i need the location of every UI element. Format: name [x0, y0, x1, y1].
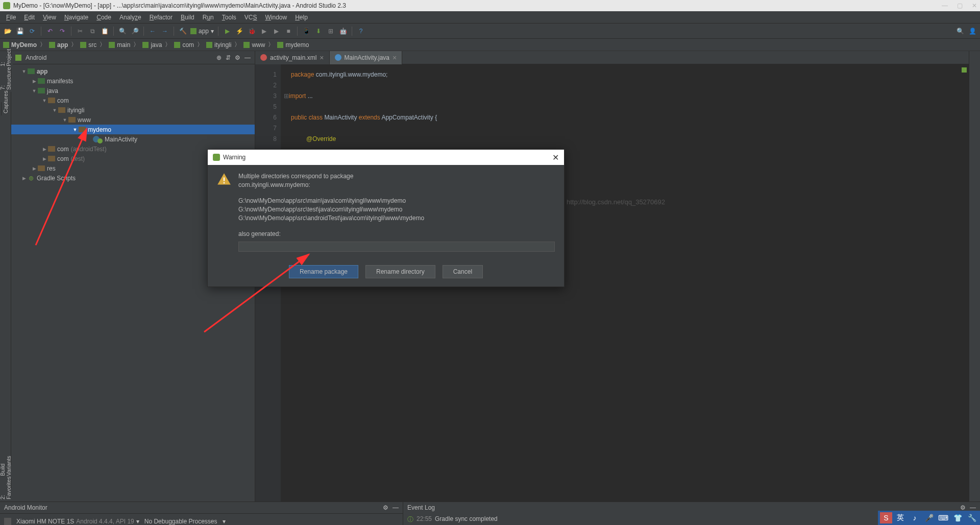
tree-res[interactable]: res [47, 165, 56, 172]
tray-icon[interactable]: 🔧 [966, 512, 978, 523]
menu-refactor[interactable]: Refactor [145, 14, 177, 21]
save-icon[interactable]: 💾 [15, 27, 24, 36]
maximize-button[interactable]: ▢ [957, 2, 963, 9]
back-icon[interactable]: ← [148, 27, 157, 36]
hide-icon[interactable]: — [244, 54, 251, 61]
menu-window[interactable]: Window [261, 14, 291, 21]
sdk-icon[interactable]: ⬇ [314, 27, 323, 36]
undo-icon[interactable]: ↶ [45, 27, 55, 36]
rename-directory-button[interactable]: Rename directory [365, 265, 435, 278]
menu-tools[interactable]: Tools [218, 14, 240, 21]
crumb-com[interactable]: com [174, 41, 194, 49]
menu-edit[interactable]: Edit [20, 14, 39, 21]
target-icon[interactable]: ⊕ [216, 54, 222, 61]
menu-code[interactable]: Code [92, 14, 115, 21]
crumb-main[interactable]: main [109, 41, 130, 49]
tree-com-androidtest[interactable]: com [57, 146, 69, 153]
ime-icon[interactable]: S [880, 512, 892, 523]
tree-mydemo[interactable]: mydemo [88, 126, 111, 133]
redo-icon[interactable]: ↷ [58, 27, 67, 36]
dialog-titlebar[interactable]: Warning ✕ [208, 150, 564, 165]
collapse-icon[interactable]: ⇵ [226, 54, 231, 61]
crumb-java[interactable]: java [142, 41, 162, 49]
tray-icon[interactable]: 🎤 [923, 512, 935, 523]
menu-help[interactable]: Help [291, 14, 312, 21]
sync-icon[interactable]: ⟳ [28, 27, 37, 36]
tab-activity-main-xml[interactable]: activity_main.xml× [255, 51, 330, 64]
open-icon[interactable]: 📂 [3, 27, 12, 36]
tree-ityingli[interactable]: ityingli [67, 107, 84, 114]
close-tab-icon[interactable]: × [320, 54, 324, 62]
tray-icon[interactable]: ⌨ [937, 512, 949, 523]
crumb-mydemo[interactable]: MyDemo [3, 41, 37, 49]
menu-run[interactable]: Run [199, 14, 218, 21]
hide-icon[interactable]: — [970, 504, 976, 511]
attach-icon[interactable]: ▶ [272, 27, 281, 36]
tree-java[interactable]: java [47, 87, 58, 94]
make-icon[interactable]: 🔨 [178, 27, 187, 36]
crumb-ityingli[interactable]: ityingli [206, 41, 231, 49]
tab-favorites[interactable]: 2: Favorites [0, 488, 13, 502]
cancel-button[interactable]: Cancel [443, 265, 483, 278]
tray-icon[interactable]: ♪ [909, 512, 921, 523]
settings-icon[interactable]: ⚙ [235, 54, 240, 61]
debug-icon[interactable]: 🐞 [247, 27, 256, 36]
run-icon[interactable]: ▶ [223, 27, 232, 36]
inspection-indicator[interactable] [962, 67, 967, 73]
project-view-label[interactable]: Android [26, 54, 46, 61]
replace-icon[interactable]: 🔎 [130, 27, 139, 36]
tree-mainactivity[interactable]: MainActivity [105, 136, 137, 143]
search-everywhere-icon[interactable]: 🔍 [955, 27, 965, 36]
tree-com-test[interactable]: com [57, 155, 69, 162]
gear-icon[interactable]: ⚙ [383, 504, 388, 511]
tree-gradle[interactable]: Gradle Scripts [37, 175, 76, 182]
gear-icon[interactable]: ⚙ [960, 504, 966, 511]
apply-changes-icon[interactable]: ⚡ [235, 27, 244, 36]
menu-view[interactable]: View [39, 14, 60, 21]
menu-analyze[interactable]: Analyze [115, 14, 145, 21]
run-config-selector[interactable]: app ▾ [190, 28, 214, 35]
dialog-icon [213, 154, 220, 161]
crumb-www[interactable]: www [243, 41, 265, 49]
tab-captures[interactable]: Captures [1, 102, 10, 115]
cut-icon[interactable]: ✂ [76, 27, 85, 36]
forward-icon[interactable]: → [160, 27, 169, 36]
tree-manifests[interactable]: manifests [47, 78, 73, 85]
dialog-close-button[interactable]: ✕ [552, 153, 559, 162]
tray-icon[interactable]: 👕 [951, 512, 964, 523]
close-button[interactable]: ✕ [972, 2, 977, 9]
tab-project[interactable]: 1: Project [0, 55, 13, 68]
tray-icon[interactable]: 英 [894, 512, 906, 523]
paste-icon[interactable]: 📋 [100, 27, 109, 36]
dialog-generated-input[interactable] [238, 242, 555, 252]
process-selector[interactable]: No Debuggable Processes [144, 518, 217, 525]
find-icon[interactable]: 🔍 [118, 27, 127, 36]
crumb-src[interactable]: src [80, 41, 96, 49]
avd-icon[interactable]: 📱 [302, 27, 311, 36]
menu-navigate[interactable]: Navigate [60, 14, 92, 21]
help-icon[interactable]: ? [356, 27, 365, 36]
hide-icon[interactable]: — [393, 504, 399, 511]
warning-icon [217, 172, 231, 186]
warning-dialog: Warning ✕ Multiple directories correspon… [207, 149, 565, 287]
crumb-app[interactable]: app [49, 41, 68, 49]
device-selector[interactable]: Xiaomi HM NOTE 1S Android 4.4.4, API 19 … [16, 518, 139, 525]
profile-icon[interactable]: ▶ [259, 27, 268, 36]
tree-app[interactable]: app [37, 68, 47, 75]
menu-file[interactable]: File [2, 14, 20, 21]
rename-package-button[interactable]: Rename package [289, 265, 358, 278]
tree-com[interactable]: com [57, 97, 69, 104]
android-icon[interactable]: 🤖 [338, 27, 348, 36]
layout-inspector-icon[interactable]: ⊞ [326, 27, 335, 36]
menu-vcs[interactable]: VCS [240, 14, 261, 21]
account-icon[interactable]: 👤 [968, 27, 977, 36]
close-tab-icon[interactable]: × [393, 54, 397, 62]
menu-build[interactable]: Build [177, 14, 199, 21]
tree-www[interactable]: www [78, 116, 91, 124]
stop-icon[interactable]: ■ [284, 27, 293, 36]
crumb-mydemo[interactable]: mydemo [277, 41, 309, 49]
minimize-button[interactable]: — [942, 2, 948, 9]
copy-icon[interactable]: ⧉ [88, 27, 97, 36]
menubar: File Edit View Navigate Code Analyze Ref… [0, 11, 980, 23]
tab-mainactivity-java[interactable]: MainActivity.java× [330, 51, 403, 64]
